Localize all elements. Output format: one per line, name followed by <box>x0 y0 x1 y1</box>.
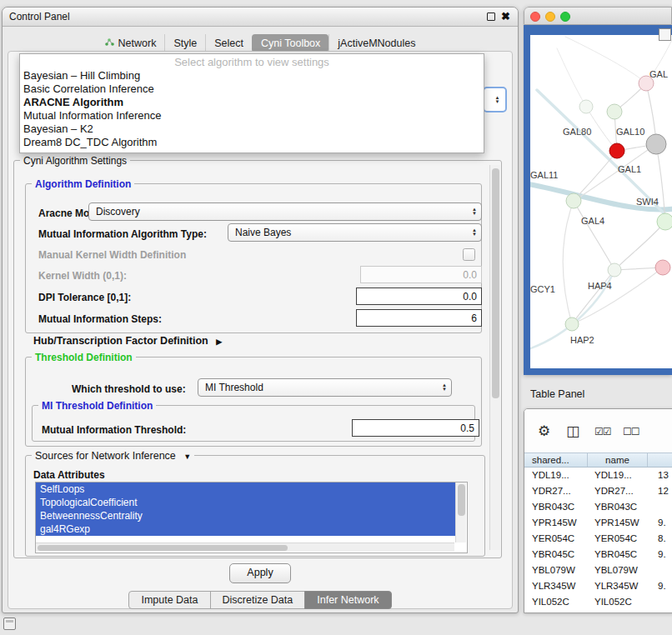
cell-extra[interactable]: 13 <box>648 468 672 483</box>
cell-shared-name[interactable]: YDL19... <box>524 468 588 483</box>
restore-panel-icon[interactable] <box>3 618 16 630</box>
network-node[interactable] <box>565 318 579 331</box>
close-traffic-light[interactable] <box>530 12 540 22</box>
table-row[interactable]: YER054C YER054C 8. <box>524 531 672 547</box>
cell-name[interactable]: YDR27... <box>588 483 648 499</box>
settings-scrollbar-track[interactable] <box>489 165 500 550</box>
zoom-traffic-light[interactable] <box>560 12 570 22</box>
network-node[interactable] <box>657 213 672 230</box>
table-row[interactable]: YDL19... YDL19... 13 <box>524 468 672 483</box>
apply-button[interactable]: Apply <box>229 563 291 583</box>
hub-definition-expander[interactable]: Hub/Transcription Factor Definition ▶ <box>33 335 222 347</box>
tab-style[interactable]: Style <box>164 34 205 52</box>
cell-shared-name[interactable]: YER054C <box>524 531 588 547</box>
mi-algorithm-type-select[interactable]: Naive Bayes ▲ ▼ <box>228 223 482 242</box>
cell-extra[interactable] <box>648 499 672 515</box>
list-scrollbar-thumb[interactable] <box>458 484 465 516</box>
attribute-list-item[interactable]: TopologicalCoefficient <box>36 496 456 509</box>
cell-shared-name[interactable]: YBR043C <box>524 499 588 515</box>
cell-name[interactable]: YPR145W <box>588 515 648 531</box>
tab-network[interactable]: Network <box>97 34 165 52</box>
cell-name[interactable]: YDL19... <box>588 468 648 483</box>
attribute-list-item[interactable]: BetweennessCentrality <box>36 509 456 522</box>
cell-extra[interactable] <box>648 594 672 610</box>
list-hscrollbar-thumb[interactable] <box>38 545 288 551</box>
column-header-name[interactable]: name <box>588 453 648 467</box>
check-all-columns-icon[interactable]: ☑☑ <box>594 426 611 438</box>
cell-name[interactable]: YIL052C <box>588 594 648 610</box>
network-node[interactable] <box>608 263 621 277</box>
table-row[interactable]: YDR27... YDR27... 12 <box>524 483 672 499</box>
algorithm-select-combobox[interactable]: ▲ ▼ <box>483 87 507 112</box>
mi-threshold-field[interactable] <box>352 419 479 437</box>
aracne-mode-select[interactable]: Discovery ▲ ▼ <box>88 202 482 221</box>
tab-discretize-data[interactable]: Discretize Data <box>210 591 306 609</box>
attribute-list-item[interactable]: SelfLoops <box>36 482 456 496</box>
control-panel-titlebar[interactable]: Control Panel ✖ <box>3 8 518 27</box>
dpi-tolerance-field[interactable] <box>356 288 482 305</box>
tab-jactivemodules[interactable]: jActiveMNodules <box>328 34 424 52</box>
network-node[interactable] <box>566 193 581 208</box>
settings-scrollbar-thumb[interactable] <box>492 168 499 398</box>
cell-shared-name[interactable]: YIL052C <box>524 594 588 610</box>
network-node[interactable] <box>607 104 622 119</box>
network-edge[interactable] <box>557 48 586 107</box>
table-row[interactable]: YBR043C YBR043C <box>524 499 672 515</box>
network-edge[interactable] <box>563 201 574 324</box>
minimize-traffic-light[interactable] <box>545 12 555 22</box>
network-node[interactable] <box>609 143 624 158</box>
cell-name[interactable]: YLR345W <box>588 578 648 594</box>
cell-shared-name[interactable]: YLR345W <box>524 578 588 594</box>
cell-name[interactable]: YER054C <box>588 531 648 547</box>
cell-extra[interactable]: 9. <box>648 578 672 594</box>
cell-extra[interactable]: 9. <box>648 515 672 531</box>
dropdown-item[interactable]: Bayesian – Hill Climbing <box>20 69 484 82</box>
cell-extra[interactable]: 9. <box>648 547 672 562</box>
network-edge[interactable] <box>574 201 614 270</box>
dropdown-item-selected[interactable]: ARACNE Algorithm <box>20 96 484 109</box>
uncheck-all-columns-icon[interactable]: ☐☐ <box>623 426 639 438</box>
dropdown-item[interactable]: Bayesian – K2 <box>20 122 484 136</box>
cell-shared-name[interactable]: YBL079W <box>524 562 588 578</box>
list-hscrollbar-track[interactable] <box>36 542 454 552</box>
float-window-icon[interactable] <box>487 12 495 21</box>
split-columns-icon[interactable]: ◫ <box>566 422 579 440</box>
network-edge[interactable] <box>565 37 646 83</box>
tab-cyni-toolbox[interactable]: Cyni Toolbox <box>252 34 328 52</box>
network-node[interactable] <box>655 260 670 275</box>
cell-shared-name[interactable]: YBR045C <box>524 547 588 562</box>
cell-extra[interactable] <box>648 562 672 578</box>
list-scrollbar-track[interactable] <box>455 482 466 542</box>
network-canvas[interactable]: GALGAL80GAL10GAL11GAL1SWI4GAL4GCY1HAP4HA… <box>530 35 672 368</box>
cell-name[interactable]: YBR045C <box>588 547 648 562</box>
table-row[interactable]: YBR045C YBR045C 9. <box>524 547 672 562</box>
cell-shared-name[interactable]: YPR145W <box>524 515 588 531</box>
birdseye-toggle-icon[interactable] <box>659 28 671 41</box>
network-node[interactable] <box>579 100 593 113</box>
tab-infer-network[interactable]: Infer Network <box>304 591 391 609</box>
dropdown-item[interactable]: Mutual Information Inference <box>20 109 484 122</box>
tab-impute-data[interactable]: Impute Data <box>128 591 210 609</box>
tab-select[interactable]: Select <box>205 34 252 52</box>
cell-extra[interactable]: 8. <box>648 531 672 547</box>
attribute-list-item[interactable]: gal4RGexp <box>36 522 456 536</box>
network-graph[interactable]: GALGAL80GAL10GAL11GAL1SWI4GAL4GCY1HAP4HA… <box>530 35 672 368</box>
network-window-titlebar[interactable] <box>524 7 672 25</box>
mi-steps-field[interactable] <box>356 309 482 327</box>
column-header-shared-name[interactable]: shared... <box>524 453 588 467</box>
table-row[interactable]: YIL052C YIL052C <box>524 594 672 610</box>
network-node[interactable] <box>646 134 666 154</box>
dropdown-item[interactable]: Basic Correlation Inference <box>20 82 484 96</box>
which-threshold-select[interactable]: MI Threshold ▲ ▼ <box>198 378 452 397</box>
table-row[interactable]: YBL079W YBL079W <box>524 562 672 578</box>
cell-name[interactable]: YBL079W <box>588 562 648 578</box>
table-row[interactable]: YPR145W YPR145W 9. <box>524 515 672 531</box>
cell-name[interactable]: YBR043C <box>588 499 648 515</box>
sources-group-header[interactable]: Sources for Network Inference ▼ <box>32 450 194 462</box>
gear-icon[interactable]: ⚙ <box>538 422 550 440</box>
column-header-extra[interactable] <box>648 453 672 467</box>
cell-extra[interactable]: 12 <box>648 483 672 499</box>
close-icon[interactable]: ✖ <box>501 10 510 22</box>
cell-shared-name[interactable]: YDR27... <box>524 483 588 499</box>
dropdown-item[interactable]: Dream8 DC_TDC Algorithm <box>20 136 484 149</box>
